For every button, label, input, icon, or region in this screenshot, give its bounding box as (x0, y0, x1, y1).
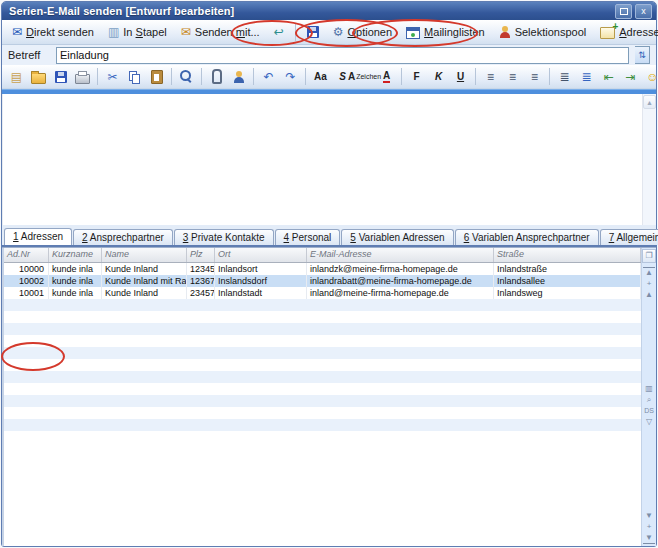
row-down-button[interactable]: ▼ (643, 510, 655, 521)
tab-personal[interactable]: 4 Personal (275, 229, 341, 245)
column-header-stra-e[interactable]: Straße (494, 248, 641, 262)
tab-variablen-ansprechpartner[interactable]: 6 Variablen Ansprechpartner (455, 229, 599, 245)
underline-icon-glyph: U (457, 72, 464, 82)
filter-button[interactable]: ▽ (643, 416, 655, 427)
editor-scrollbar[interactable]: ▲ (642, 94, 656, 225)
font-style-icon-glyph: S (339, 72, 346, 82)
search-row-button[interactable]: ⌕ (643, 394, 655, 405)
table-row[interactable]: 10002kunde inlaKunde Inland mit Rabatt12… (4, 275, 641, 287)
page-down-button[interactable]: + (643, 521, 655, 532)
close-button[interactable]: x (635, 4, 652, 19)
in-stapel-button-label: In Stapel (123, 26, 166, 38)
tab-ansprechpartner[interactable]: 2 Ansprechpartner (73, 229, 173, 245)
indent-icon[interactable]: ⇥ (620, 67, 641, 87)
font-size-icon[interactable]: Aa (310, 67, 331, 87)
optionen-button[interactable]: ⚙Optionen (327, 23, 398, 41)
message-body-input[interactable] (2, 94, 642, 225)
save-icon[interactable] (50, 67, 71, 87)
senden-mit-button[interactable]: ✉Senden mit... (175, 23, 266, 41)
cut-icon[interactable]: ✂ (102, 67, 123, 87)
copy-icon[interactable] (124, 67, 145, 87)
selectionpool-icon (499, 26, 511, 38)
subject-input[interactable] (56, 47, 629, 64)
revert-button[interactable]: ↩ (268, 23, 290, 41)
redo-icon[interactable]: ↷ (280, 67, 301, 87)
title-bar[interactable]: Serien-E-Mail senden [Entwurf bearbeiten… (2, 2, 656, 20)
paste-icon[interactable] (146, 67, 167, 87)
column-header-kurzname[interactable]: Kurzname (49, 248, 102, 262)
open-folder-icon[interactable] (28, 67, 49, 87)
send-with-icon: ✉ (181, 26, 191, 38)
format-toolbar-separator (171, 68, 172, 85)
table-row[interactable]: 10000kunde inlaKunde Inland12345Inlandso… (4, 263, 641, 275)
save-icon (307, 26, 319, 38)
page-up-button[interactable]: + (643, 279, 655, 290)
tab-adressen[interactable]: 1 Adressen (4, 228, 72, 245)
save-icon-glyph (55, 71, 67, 83)
cell-name: Kunde Inland (102, 287, 187, 299)
cell-stra-e: Inlandstraße (494, 263, 641, 275)
column-header-e-mail-adresse[interactable]: E-Mail-Adresse (307, 248, 494, 262)
adresse-hinzufuegen-button[interactable]: Adresse hinzufügen (594, 22, 658, 42)
batch-icon: ▥ (108, 26, 119, 38)
empty-grid-row (4, 371, 641, 383)
smiley-icon[interactable]: ☺ (642, 67, 658, 87)
dataset-button[interactable]: DS (643, 405, 655, 416)
align-right-icon[interactable]: ≡ (524, 67, 545, 87)
char-icon[interactable]: AZeichen (354, 67, 375, 87)
selektionspool-button[interactable]: Selektionspool (493, 23, 593, 41)
selektionspool-button-label: Selektionspool (515, 26, 587, 38)
copy-icon-glyph (129, 71, 140, 83)
underline-icon[interactable]: U (450, 67, 471, 87)
italic-icon[interactable]: K (428, 67, 449, 87)
redo-icon-glyph: ↷ (285, 71, 295, 83)
restore-icon (620, 8, 628, 15)
print-icon[interactable] (72, 67, 93, 87)
search-icon[interactable] (176, 67, 197, 87)
row-up-button[interactable]: ▲ (643, 290, 655, 301)
scroll-up-icon[interactable]: ▲ (643, 95, 656, 109)
tab-variablen-adressen[interactable]: 5 Variablen Adressen (341, 229, 453, 245)
first-row-button[interactable]: ▲ (643, 267, 655, 279)
font-color-icon[interactable]: A (376, 67, 397, 87)
cell-plz: 23457 (187, 287, 215, 299)
new-icon[interactable]: ▤ (6, 67, 27, 87)
last-row-button[interactable]: ▼ (643, 532, 655, 544)
undo-icon[interactable]: ↶ (258, 67, 279, 87)
column-header-name[interactable]: Name (102, 248, 187, 262)
salutation-icon[interactable] (228, 67, 249, 87)
direkt-senden-button-label: Direkt senden (26, 26, 94, 38)
address-tab-bar: 1 Adressen2 Ansprechpartner3 Private Kon… (2, 225, 656, 245)
empty-grid-row (4, 299, 641, 311)
tab-private-kontakte[interactable]: 3 Private Kontakte (174, 229, 274, 245)
cell-stra-e: Inlandsallee (494, 275, 641, 287)
direkt-senden-button[interactable]: ✉Direkt senden (6, 23, 100, 41)
attachment-icon[interactable] (206, 67, 227, 87)
cell-e-mail-adresse: inland@meine-firma-homepage.de (307, 287, 494, 299)
align-left-icon[interactable]: ≡ (480, 67, 501, 87)
align-center-icon[interactable]: ≡ (502, 67, 523, 87)
cell-e-mail-adresse: inlandzk@meine-firma-homepage.de (307, 263, 494, 275)
bullet-list-icon[interactable]: ≣ (576, 67, 597, 87)
align-left-icon-glyph: ≡ (487, 71, 494, 83)
format-toolbar-separator (305, 68, 306, 85)
cell-kurzname: kunde inla (49, 275, 102, 287)
column-header-ort[interactable]: Ort (215, 248, 307, 262)
column-header-ad-nr[interactable]: Ad.Nr (4, 248, 49, 262)
restore-button[interactable] (615, 4, 632, 19)
tab-variablen-ansprechpartner-label: Variablen Ansprechpartner (469, 232, 589, 243)
numbered-list-icon[interactable]: ≣ (554, 67, 575, 87)
tab-allgemeine-variablen[interactable]: 7 Allgemeine Variablen (600, 229, 658, 245)
save-button[interactable] (301, 23, 325, 41)
format-toolbar: ▤✂↶↷AaSAZeichenAFKU≡≡≡≣≣⇤⇥☺ (2, 65, 656, 89)
bold-icon[interactable]: F (406, 67, 427, 87)
table-row[interactable]: 10001kunde inlaKunde Inland23457Inlandst… (4, 287, 641, 299)
columns-button[interactable]: ▥ (643, 383, 655, 394)
tab-private-kontakte-label: Private Kontakte (188, 232, 264, 243)
outdent-icon[interactable]: ⇤ (598, 67, 619, 87)
subject-dropdown-button[interactable]: ⇅ (635, 46, 650, 64)
in-stapel-button[interactable]: ▥In Stapel (102, 23, 173, 41)
mailinglisten-button[interactable]: Mailinglisten (400, 22, 491, 42)
column-header-plz[interactable]: Plz (187, 248, 215, 262)
column-customize-button[interactable]: ❐ (642, 249, 656, 263)
